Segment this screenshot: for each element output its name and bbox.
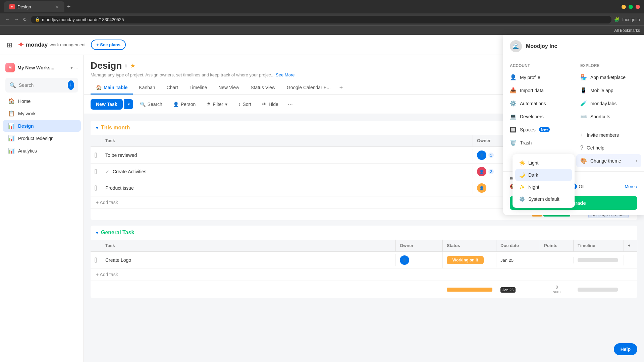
maximize-button[interactable] (629, 5, 633, 9)
app-marketplace-icon: 🏪 (580, 74, 587, 80)
sidebar-item-design[interactable]: 📊 Design (3, 120, 81, 132)
url-bar[interactable]: 🔒 moodjoy.monday.com/boards/1830420525 (31, 16, 611, 23)
theme-light[interactable]: ☀️ Light (515, 157, 572, 169)
sidebar-analytics-label: Analytics (18, 148, 37, 154)
tab-timeline[interactable]: Timeline (184, 81, 212, 95)
account-title: Account (506, 62, 571, 71)
see-more-link[interactable]: See More (276, 72, 294, 77)
menu-item-trash[interactable]: 🗑️ Trash (506, 136, 571, 149)
system-default-theme-label: System default (528, 196, 559, 202)
toolbar-more-button[interactable]: ··· (285, 100, 296, 109)
menu-item-import[interactable]: 📥 Import data (506, 84, 571, 97)
extensions-icon[interactable]: 🧩 (614, 17, 620, 22)
sidebar-search-box: 🔍 + (5, 78, 78, 93)
g-col-add[interactable]: + (624, 240, 637, 251)
profile-icon: 👤 (510, 74, 517, 80)
sidebar-design-label: Design (18, 123, 34, 129)
workspace-icon: M (5, 63, 15, 72)
workspace-chevron-icon[interactable]: ▾ (70, 65, 73, 70)
sidebar-item-product-redesign[interactable]: 📊 Product redesign (3, 132, 81, 144)
g-row-timeline-1 (574, 255, 624, 265)
checkbox-3[interactable] (95, 185, 97, 191)
spaces-label: Spaces (520, 127, 536, 132)
new-task-button[interactable]: New Task (91, 99, 123, 110)
theme-dark[interactable]: 🌙 Dark (515, 169, 572, 181)
general-task-section: ▾ General Task Task Owner Status Due dat… (91, 226, 637, 298)
close-window-button[interactable] (636, 5, 640, 9)
menu-item-invite-members[interactable]: + Invite members (576, 129, 641, 141)
menu-item-my-profile[interactable]: 👤 My profile (506, 71, 571, 84)
workspace-selector[interactable]: M My New Works... ▾ ··· (0, 60, 84, 75)
board-info-icon[interactable]: ℹ (125, 63, 127, 68)
g-status-badge-1[interactable]: Working on it (447, 256, 484, 264)
close-tab-button[interactable]: ✕ (55, 4, 59, 9)
more-link[interactable]: More › (625, 184, 637, 189)
general-task-toggle[interactable]: ▾ (96, 230, 98, 235)
trash-icon: 🗑️ (510, 139, 517, 146)
g-owner-avatar-1: 👤 (400, 255, 409, 265)
g-col-owner: Owner (396, 240, 443, 251)
sidebar-item-analytics[interactable]: 📊 Analytics (3, 145, 81, 157)
forward-button[interactable]: → (13, 15, 20, 23)
url-text: moodjoy.monday.com/boards/1830420525 (42, 17, 124, 22)
menu-item-spaces[interactable]: 🔲 Spaces New (506, 123, 571, 136)
menu-item-mobile-app[interactable]: 📱 Mobile app (576, 84, 641, 97)
tab-new-view[interactable]: New View (213, 81, 245, 95)
filter-button[interactable]: ⚗ Filter ▾ (202, 99, 231, 110)
g-row-checkbox (91, 254, 101, 266)
theme-system-default[interactable]: ⚙️ System default (515, 193, 572, 205)
add-tab-button[interactable]: + (337, 82, 346, 94)
logo: ✦ monday work management (18, 41, 86, 49)
monday-labs-icon: 🧪 (580, 100, 587, 107)
logo-sub: work management (50, 42, 86, 47)
tab-home-icon: 🏠 (96, 85, 102, 90)
menu-item-developers[interactable]: 💻 Developers (506, 110, 571, 123)
change-theme-icon: 🎨 (580, 158, 587, 164)
sort-button[interactable]: ↕ Sort (234, 99, 255, 110)
g-checkbox-1[interactable] (95, 257, 97, 263)
reload-button[interactable]: ↻ (21, 15, 28, 23)
tab-status-view[interactable]: Status View (245, 81, 281, 95)
hide-button[interactable]: 👁 Hide (258, 99, 282, 110)
menu-item-shortcuts[interactable]: ⌨️ Shortcuts (576, 110, 641, 123)
browser-tab[interactable]: M Design ✕ (4, 1, 64, 12)
spaces-new-badge: New (539, 127, 550, 132)
apps-grid-icon[interactable]: ⊞ (7, 41, 12, 49)
theme-night[interactable]: ✨ Night (515, 181, 572, 193)
menu-item-monday-labs[interactable]: 🧪 monday.labs (576, 97, 641, 110)
search-button[interactable]: 🔍 Search (136, 99, 166, 110)
sidebar-item-mywork[interactable]: 📋 My work (3, 108, 81, 119)
address-bar: ← → ↻ 🔒 moodjoy.monday.com/boards/183042… (0, 13, 644, 25)
menu-item-change-theme[interactable]: 🎨 Change theme › ☀️ Light 🌙 Dark ✨ N (576, 154, 641, 167)
sidebar-item-home[interactable]: 🏠 Home (3, 95, 81, 107)
workspace-more-icon[interactable]: ··· (74, 65, 78, 70)
add-task-general[interactable]: + Add task (91, 268, 637, 281)
new-tab-button[interactable]: + (67, 3, 71, 10)
menu-item-get-help[interactable]: ? Get help (576, 141, 641, 154)
menu-item-app-marketplace[interactable]: 🏪 App marketplace (576, 71, 641, 84)
dark-theme-label: Dark (528, 172, 538, 178)
menu-item-automations[interactable]: ⚙️ Automations (506, 97, 571, 110)
minimize-button[interactable] (622, 5, 626, 9)
see-plans-button[interactable]: + See plans (91, 40, 126, 50)
tab-chart[interactable]: Chart (161, 81, 183, 95)
board-star-icon[interactable]: ★ (130, 62, 136, 69)
sidebar-search-input[interactable] (19, 82, 64, 88)
task-check-icon: ✓ (105, 169, 109, 174)
person-icon: 👤 (173, 102, 179, 107)
sidebar-add-button[interactable]: + (68, 80, 74, 90)
help-button[interactable]: Help (614, 343, 637, 355)
checkbox-2[interactable] (95, 169, 97, 174)
get-help-icon: ? (580, 145, 583, 151)
back-button[interactable]: ← (4, 15, 11, 23)
window-controls (622, 5, 640, 9)
tab-kanban[interactable]: Kanban (133, 81, 160, 95)
app-marketplace-label: App marketplace (590, 75, 626, 80)
new-task-dropdown-button[interactable]: ▾ (124, 99, 133, 109)
checkbox-1[interactable] (95, 153, 97, 158)
person-button[interactable]: 👤 Person (169, 99, 200, 110)
g-bar-orange (447, 288, 492, 292)
tab-google-calendar[interactable]: Google Calendar E... (281, 81, 336, 95)
tab-main-table[interactable]: 🏠 Main Table (91, 81, 133, 95)
this-month-toggle[interactable]: ▾ (96, 125, 98, 130)
